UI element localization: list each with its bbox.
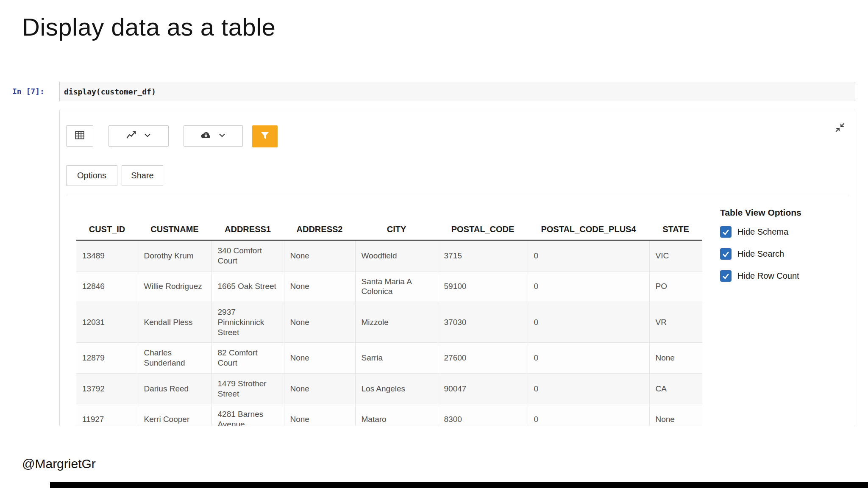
data-table: CUST_IDCUSTNAMEADDRESS1ADDRESS2CITYPOSTA…	[76, 219, 702, 426]
table-cell: VIC	[649, 240, 702, 271]
filter-funnel-icon	[260, 130, 270, 142]
table-view-options-panel: Table View Options Hide Schema Hide Sear…	[720, 208, 847, 292]
table-grid-icon	[74, 130, 85, 142]
collapse-output-button[interactable]	[834, 122, 846, 135]
data-table-container: CUST_IDCUSTNAMEADDRESS1ADDRESS2CITYPOSTA…	[76, 219, 702, 426]
table-cell: 11927	[76, 404, 138, 426]
table-cell: None	[649, 343, 702, 374]
code-cell[interactable]: display(customer_df)	[59, 82, 855, 101]
checkbox-checked-icon[interactable]	[720, 226, 732, 238]
table-row: 13489Dorothy Krum340 Comfort CourtNoneWo…	[76, 240, 702, 271]
table-cell: 90047	[438, 373, 528, 404]
table-cell: Kerri Cooper	[138, 404, 211, 426]
table-row: 12846Willie Rodriguez1665 Oak StreetNone…	[76, 271, 702, 302]
table-cell: 1665 Oak Street	[211, 271, 284, 302]
table-row: 13792Darius Reed1479 Strother StreetNone…	[76, 373, 702, 404]
output-panel: Options Share CUST_IDCUSTNAMEADDRESS1ADD…	[59, 110, 855, 426]
column-header: ADDRESS2	[284, 219, 355, 240]
table-cell: PO	[649, 271, 702, 302]
table-cell: None	[284, 404, 355, 426]
table-cell: 0	[528, 343, 649, 374]
view-option-item[interactable]: Hide Row Count	[720, 270, 847, 282]
table-cell: 0	[528, 404, 649, 426]
table-cell: Los Angeles	[355, 373, 438, 404]
table-cell: None	[284, 343, 355, 374]
table-cell: 340 Comfort Court	[211, 240, 284, 271]
filter-button[interactable]	[252, 125, 278, 147]
column-header: CITY	[355, 219, 438, 240]
column-header: ADDRESS1	[211, 219, 284, 240]
table-cell: 0	[528, 373, 649, 404]
table-cell: Mataro	[355, 404, 438, 426]
view-option-item[interactable]: Hide Search	[720, 248, 847, 260]
table-cell: Mizzole	[355, 302, 438, 343]
table-view-options-title: Table View Options	[720, 208, 847, 218]
line-chart-icon	[125, 129, 137, 143]
table-cell: 1479 Strother Street	[211, 373, 284, 404]
column-header: POSTAL_CODE_PLUS4	[528, 219, 649, 240]
column-header: POSTAL_CODE	[438, 219, 528, 240]
table-row: 12879Charles Sunderland82 Comfort CourtN…	[76, 343, 702, 374]
checkbox-checked-icon[interactable]	[720, 270, 732, 282]
view-option-label: Hide Schema	[737, 227, 788, 237]
table-view-button[interactable]	[66, 125, 93, 147]
table-cell: None	[284, 271, 355, 302]
table-cell: 0	[528, 302, 649, 343]
column-header: STATE	[649, 219, 702, 240]
code-text: display(customer_df)	[60, 87, 156, 96]
download-dropdown-button[interactable]	[184, 125, 243, 147]
table-body: 13489Dorothy Krum340 Comfort CourtNoneWo…	[76, 240, 702, 426]
table-cell: 12879	[76, 343, 138, 374]
chevron-down-icon	[218, 131, 226, 141]
table-cell: 82 Comfort Court	[211, 343, 284, 374]
view-option-item[interactable]: Hide Schema	[720, 226, 847, 238]
table-cell: None	[649, 404, 702, 426]
column-header: CUST_ID	[76, 219, 138, 240]
table-cell: 0	[528, 271, 649, 302]
collapse-arrows-icon	[835, 122, 846, 135]
bottom-bar	[50, 482, 868, 488]
table-cell: 12031	[76, 302, 138, 343]
table-cell: 37030	[438, 302, 528, 343]
table-cell: Woodfield	[355, 240, 438, 271]
table-cell: None	[284, 373, 355, 404]
table-cell: 4281 Barnes Avenue	[211, 404, 284, 426]
options-button[interactable]: Options	[66, 165, 117, 186]
table-row: 11927Kerri Cooper4281 Barnes AvenueNoneM…	[76, 404, 702, 426]
table-header-row: CUST_IDCUSTNAMEADDRESS1ADDRESS2CITYPOSTA…	[76, 219, 702, 240]
page-title: Display data as a table	[22, 13, 275, 41]
table-row: 12031Kendall Pless2937 Pinnickinnick Str…	[76, 302, 702, 343]
checkbox-checked-icon[interactable]	[720, 248, 732, 260]
cell-input-prompt: In [7]:	[12, 86, 45, 97]
table-cell: 3715	[438, 240, 528, 271]
table-cell: None	[284, 240, 355, 271]
table-cell: Charles Sunderland	[138, 343, 211, 374]
view-option-label: Hide Search	[737, 249, 784, 259]
slide-page: Display data as a table In [7]: display(…	[0, 0, 868, 488]
table-cell: 0	[528, 240, 649, 271]
table-cell: 8300	[438, 404, 528, 426]
twitter-handle: @MargrietGr	[22, 457, 96, 471]
chevron-down-icon	[143, 131, 152, 141]
table-cell: Dorothy Krum	[138, 240, 211, 271]
table-cell: 13489	[76, 240, 138, 271]
table-cell: 12846	[76, 271, 138, 302]
table-cell: CA	[649, 373, 702, 404]
table-cell: Santa Maria A Colonica	[355, 271, 438, 302]
share-button[interactable]: Share	[122, 165, 163, 186]
table-cell: Darius Reed	[138, 373, 211, 404]
table-cell: Sarria	[355, 343, 438, 374]
toolbar-divider	[66, 196, 849, 196]
table-cell: 27600	[438, 343, 528, 374]
table-cell: 13792	[76, 373, 138, 404]
table-cell: Kendall Pless	[138, 302, 211, 343]
table-cell: None	[284, 302, 355, 343]
table-cell: VR	[649, 302, 702, 343]
column-header: CUSTNAME	[138, 219, 211, 240]
table-cell: 59100	[438, 271, 528, 302]
view-options-list: Hide Schema Hide Search Hide Row Count	[720, 226, 847, 282]
cloud-download-icon	[200, 129, 212, 143]
view-option-label: Hide Row Count	[737, 271, 799, 281]
chart-view-dropdown-button[interactable]	[108, 125, 169, 147]
table-cell: 2937 Pinnickinnick Street	[211, 302, 284, 343]
